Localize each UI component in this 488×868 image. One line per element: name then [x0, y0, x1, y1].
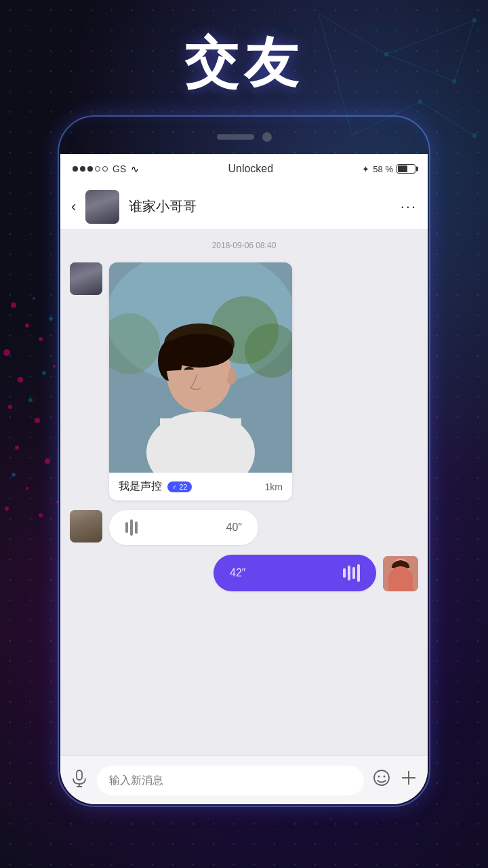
- svg-point-12: [11, 302, 16, 308]
- battery-percent: 58 %: [373, 164, 393, 174]
- wave-bar-1: [125, 522, 128, 533]
- phone-camera: [262, 132, 272, 142]
- sender-avatar-1[interactable]: [70, 262, 102, 295]
- person-photo: [109, 262, 292, 473]
- wave-bar-3: [135, 521, 138, 534]
- carrier-text: GS: [113, 163, 126, 174]
- svg-point-18: [8, 405, 12, 409]
- self-avatar[interactable]: [383, 556, 418, 591]
- more-options-button[interactable]: ···: [401, 198, 417, 216]
- svg-point-8: [472, 18, 476, 22]
- sender-avatar-image: [70, 262, 102, 295]
- wave-bar-2: [130, 519, 133, 536]
- waveform-received: [125, 519, 138, 536]
- age-text: 22: [179, 483, 187, 491]
- signal-dot-1: [73, 166, 78, 172]
- status-bar: GS ∿ Unlocked ✦ 58 %: [60, 154, 428, 184]
- chat-header: ‹ 谁家小哥哥 ···: [60, 184, 428, 230]
- gender-badge: ♂ 22: [167, 481, 192, 492]
- sender-avatar-2[interactable]: [70, 510, 102, 542]
- svg-point-13: [25, 323, 29, 328]
- message-input[interactable]: [97, 766, 364, 795]
- bluetooth-icon: ✦: [362, 164, 369, 174]
- emoji-button[interactable]: [372, 768, 391, 792]
- voice-duration-received: 40″: [226, 521, 242, 534]
- profile-card-message[interactable]: 我是声控 ♂ 22 1km: [109, 262, 292, 500]
- avatar-image: [85, 190, 119, 224]
- battery-box: [396, 164, 415, 174]
- wifi-icon: ∿: [131, 163, 139, 174]
- svg-point-58: [384, 776, 386, 778]
- battery-fill: [398, 165, 407, 172]
- contact-name: 谁家小哥哥: [129, 197, 390, 216]
- profile-card-info: 我是声控 ♂ 22 1km: [109, 473, 292, 500]
- profile-name: 我是声控: [119, 479, 162, 494]
- input-bar: [60, 755, 428, 804]
- svg-rect-53: [77, 770, 82, 780]
- sent-voice-bubble[interactable]: 42″: [214, 555, 376, 591]
- svg-point-57: [378, 776, 380, 778]
- svg-point-34: [12, 473, 16, 477]
- phone-frame: GS ∿ Unlocked ✦ 58 % ‹ 谁家小哥哥 ···: [58, 115, 430, 807]
- waveform-sent: [343, 564, 360, 582]
- svg-rect-41: [160, 418, 241, 473]
- signal-dot-3: [87, 166, 93, 172]
- chat-content: 2018-09-06 08:40: [60, 230, 428, 755]
- mic-button[interactable]: [70, 768, 89, 792]
- received-voice-row: 40″: [70, 510, 418, 545]
- gender-icon: ♂: [171, 483, 177, 491]
- signal-dot-4: [95, 166, 100, 172]
- distance-text: 1km: [265, 481, 283, 492]
- svg-point-32: [28, 398, 33, 402]
- svg-point-21: [15, 446, 19, 450]
- svg-point-22: [45, 458, 50, 464]
- svg-point-14: [3, 349, 10, 356]
- phone-notch: [59, 117, 429, 157]
- add-button[interactable]: [399, 768, 418, 792]
- svg-point-25: [39, 513, 43, 517]
- received-profile-card-row: 我是声控 ♂ 22 1km: [70, 262, 418, 500]
- svg-point-30: [42, 371, 46, 375]
- profile-name-row: 我是声控 ♂ 22: [119, 479, 192, 494]
- svg-point-24: [5, 507, 9, 511]
- sent-wave-bar-2: [348, 566, 350, 580]
- svg-rect-52: [388, 575, 413, 591]
- page-title: 交友: [0, 27, 488, 100]
- svg-point-17: [53, 365, 56, 368]
- sent-wave-bar-3: [352, 567, 355, 579]
- back-button[interactable]: ‹: [71, 198, 76, 216]
- svg-point-19: [35, 418, 40, 423]
- voice-duration-sent: 42″: [230, 567, 245, 579]
- svg-point-11: [472, 134, 476, 138]
- sender-avatar-2-image: [70, 510, 102, 542]
- received-voice-bubble[interactable]: 40″: [109, 510, 258, 545]
- profile-card-photo: [109, 262, 292, 473]
- sent-wave-bar-4: [357, 564, 360, 582]
- self-avatar-image: [383, 556, 418, 591]
- svg-point-16: [18, 377, 23, 382]
- sent-wave-bar-1: [343, 568, 346, 578]
- signal-dot-2: [80, 166, 85, 172]
- svg-point-15: [39, 337, 43, 341]
- status-right: ✦ 58 %: [362, 164, 415, 174]
- svg-point-28: [49, 317, 53, 321]
- status-left: GS ∿: [73, 163, 139, 174]
- svg-point-23: [26, 487, 28, 490]
- status-unlocked: Unlocked: [228, 163, 273, 175]
- sent-voice-row: 42″: [70, 555, 418, 591]
- chat-timestamp: 2018-09-06 08:40: [70, 241, 418, 250]
- phone-speaker: [217, 134, 254, 140]
- svg-point-27: [33, 297, 35, 300]
- signal-dot-5: [102, 166, 108, 172]
- phone-screen: GS ∿ Unlocked ✦ 58 % ‹ 谁家小哥哥 ···: [60, 154, 428, 804]
- svg-point-56: [374, 770, 389, 785]
- contact-avatar[interactable]: [85, 190, 119, 224]
